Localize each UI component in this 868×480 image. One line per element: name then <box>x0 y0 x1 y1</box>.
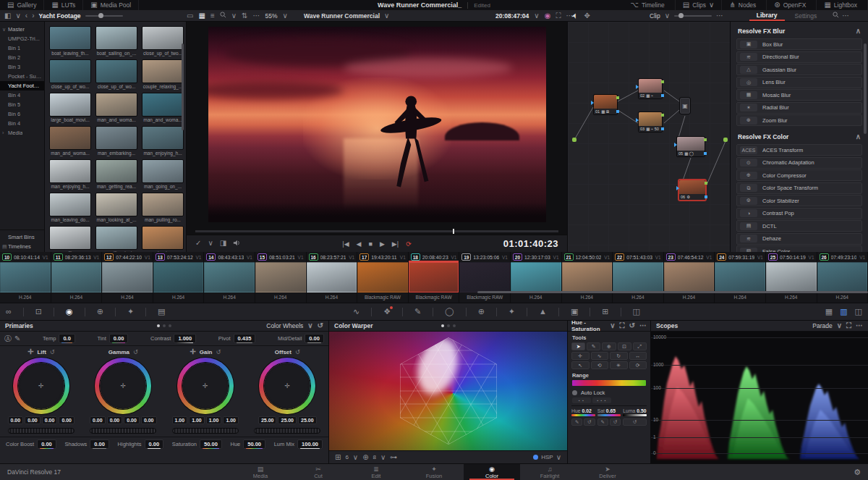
timeline-clip[interactable]: 17 19:43:20:11 V1 Blackmagic RAW <box>357 252 409 303</box>
ring-size-icon[interactable]: ⊕ <box>362 454 368 461</box>
bottom-param-value[interactable]: 0.00 <box>90 439 109 449</box>
timeline-clip[interactable]: 13 07:53:24:12 V1 H.264 <box>153 252 205 303</box>
clip-thumbnail[interactable] <box>204 262 255 292</box>
fx-item[interactable]: ⊕ Color Compressor <box>736 169 862 181</box>
bin-item[interactable]: Bin 1 <box>0 43 44 53</box>
bin-item[interactable]: Bin 2 <box>0 53 44 62</box>
hue-reset-button[interactable]: ↺ <box>584 418 595 426</box>
bin-item[interactable]: Bin 6 <box>0 109 44 119</box>
more-options-icon[interactable]: ⋯ <box>716 12 723 20</box>
node-05[interactable]: 05▦ ◯ <box>676 136 705 157</box>
log-mode-icon[interactable]: ◫ <box>855 308 862 316</box>
crosshair-plus-icon[interactable]: ✛ <box>190 348 195 355</box>
media-clip-thumbnail[interactable] <box>49 93 91 117</box>
sat-pen-button[interactable]: ✎ <box>597 418 608 426</box>
node-view-mode[interactable]: Clip <box>650 12 660 20</box>
media-clip-thumbnail[interactable] <box>49 26 91 50</box>
thumbnail-size-slider[interactable] <box>85 15 123 17</box>
filmstrip-view-icon[interactable]: ▭ <box>187 12 193 20</box>
clip-thumbnail[interactable] <box>0 262 51 292</box>
timeline-clip[interactable]: 20 12:30:17:03 V1 H.264 <box>511 252 562 303</box>
adjust-value[interactable]: 1.000 <box>174 334 196 343</box>
expand-tool-button[interactable]: ⤢ <box>633 342 647 350</box>
sidebar-bottom-item[interactable]: Smart Bins <box>0 232 44 242</box>
media-clip-thumbnail[interactable] <box>142 26 184 50</box>
stereo-tool-icon[interactable]: ◫ <box>633 308 640 316</box>
search-icon[interactable] <box>220 12 226 20</box>
panel-tab[interactable]: ▤Clips∨ <box>676 0 723 10</box>
adjust-value[interactable]: 0.00 <box>305 334 324 343</box>
chevron-down-icon[interactable]: ∨ <box>534 12 539 20</box>
reset-icon[interactable]: ↺ <box>318 322 323 329</box>
media-clip-thumbnail[interactable] <box>95 159 137 183</box>
chevron-down-icon[interactable]: ∨ <box>231 12 237 20</box>
flag-icon[interactable]: ✦ <box>127 308 134 316</box>
node-graph-panel[interactable]: 01▦ ⊞ 02▦ ⌁ 03▦ ⌁ 50 ▣ 05▦ ◯ 06⚙ <box>568 22 731 252</box>
wheel-value[interactable]: 25.00 <box>278 416 297 424</box>
color-warper-tool-icon[interactable]: ❖ <box>383 308 391 316</box>
wheel-value[interactable]: 1.00 <box>223 416 239 424</box>
link-icon[interactable]: ⊶ <box>390 454 397 461</box>
adjust-value[interactable]: 0.435 <box>234 334 256 343</box>
page-button[interactable]: ✦ Fusion <box>406 464 462 480</box>
more-options-icon[interactable]: ⋯ <box>856 322 863 329</box>
hue-range-bar[interactable] <box>572 380 646 386</box>
timeline-clip[interactable]: 18 20:08:40:23 V1 Blackmagic RAW <box>409 252 460 303</box>
tab-settings[interactable]: Settings <box>788 11 825 21</box>
panel-tab[interactable]: ▦Lightbox <box>817 0 868 10</box>
stills-icon[interactable]: ▤ <box>158 308 165 316</box>
bin-item[interactable]: Pocket - Surf... <box>0 72 44 81</box>
wheel-value[interactable]: 0.00 <box>124 416 140 424</box>
grid-view-icon[interactable]: ▦ <box>198 12 205 20</box>
bin-item[interactable]: Bin 4 <box>0 90 44 100</box>
panel-tab[interactable]: ⌥Timeline <box>623 0 675 10</box>
bottom-param-value[interactable]: 0.00 <box>37 439 56 449</box>
panel-toggle-icon[interactable]: ◧ <box>4 12 11 20</box>
more-options-icon[interactable]: ⋯ <box>252 12 260 20</box>
media-clip-thumbnail[interactable] <box>95 126 137 150</box>
page-button[interactable]: ▤ Media <box>232 464 289 480</box>
pick-tool-button[interactable]: ⊕ <box>602 342 616 350</box>
hue-pen-button[interactable]: ✎ <box>571 418 582 426</box>
media-clip-thumbnail[interactable] <box>142 159 184 183</box>
media-clip-thumbnail[interactable] <box>49 226 91 250</box>
wheel-value[interactable]: 1.00 <box>172 416 188 424</box>
expand-icon[interactable]: ⛶ <box>620 322 625 329</box>
timeline-bounds-icon[interactable]: ⊡ <box>35 308 42 316</box>
timeline-clip[interactable]: 10 08:10:41:14 V1 H.264 <box>0 252 51 303</box>
grade-bypass-icon[interactable]: ✓ <box>195 240 201 248</box>
media-clip-thumbnail[interactable] <box>49 126 91 150</box>
media-clip-thumbnail[interactable] <box>142 193 184 216</box>
rotate-button[interactable]: ↻ <box>610 352 628 360</box>
viewer-playhead[interactable] <box>453 229 454 234</box>
gang-icon[interactable]: ∞ <box>6 308 12 316</box>
gamma-master-wheel[interactable] <box>90 428 156 434</box>
hue-param[interactable]: Hue0.02 <box>571 408 595 416</box>
timeline-clip[interactable]: 23 07:46:54:12 V1 H.264 <box>664 252 715 303</box>
media-clip-thumbnail[interactable] <box>49 59 91 83</box>
layer-mixer-node[interactable]: ▣ <box>679 97 691 114</box>
lift-color-wheel[interactable]: ✛ <box>13 358 69 414</box>
fx-item[interactable]: ▧ False Color <box>736 245 862 252</box>
warper-mesh-view[interactable] <box>329 332 567 450</box>
bottom-param-value[interactable]: 50.00 <box>243 439 265 449</box>
tracker-tool-icon[interactable]: ⊕ <box>478 308 485 316</box>
media-clip-thumbnail[interactable] <box>142 59 184 83</box>
gain-master-wheel[interactable] <box>172 428 239 434</box>
clip-thumbnail[interactable] <box>409 262 459 292</box>
fx-item[interactable]: ▣ Box Blur <box>736 38 862 50</box>
window-tool-icon[interactable]: ◯ <box>445 308 454 316</box>
hand-tool-icon[interactable]: ✥ <box>584 12 590 20</box>
crosshair-icon[interactable]: ✛ <box>27 348 33 355</box>
offset-color-wheel[interactable]: ✛ <box>259 358 315 414</box>
nudge-button[interactable]: ↖ <box>571 361 590 369</box>
qualifier-tool-icon[interactable]: ✎ <box>414 308 421 316</box>
sat-reset-button[interactable]: ↺ <box>610 418 621 426</box>
media-clip[interactable]: man_leaving_do... <box>49 193 91 224</box>
media-clip-thumbnail[interactable] <box>95 59 137 83</box>
media-clip[interactable]: man_and_woma... <box>142 93 184 124</box>
more-options-icon[interactable]: ⋯ <box>842 12 849 20</box>
auto-balance-icon[interactable]: Ⓐ <box>4 335 12 342</box>
play-button[interactable]: ▶ <box>380 240 385 248</box>
timeline-horizontal-scrollbar[interactable] <box>477 291 868 293</box>
